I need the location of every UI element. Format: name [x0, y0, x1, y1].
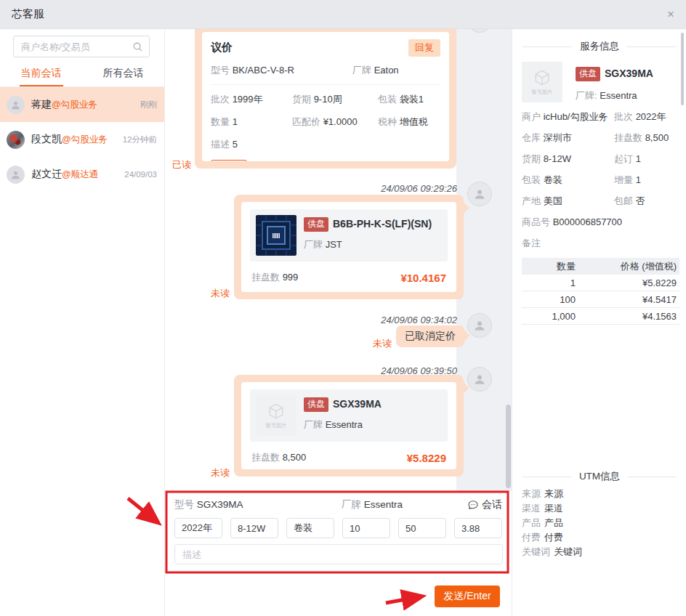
contact-time: 刚刚	[140, 100, 157, 110]
panel-product: 暂无图片 供盘SGX39MA 厂牌: Essentra	[522, 62, 653, 102]
contact-name: 赵文迁	[31, 168, 62, 179]
avatar	[467, 313, 492, 338]
send-button[interactable]: 发送/Enter	[435, 585, 500, 607]
chat-bubble-icon	[467, 499, 479, 511]
close-icon[interactable]: ×	[667, 8, 674, 20]
message-bubble-negotiation: 议价 回复 型号 BK/ABC-V-8-R 厂牌 Eaton 批次 1999年 …	[195, 29, 456, 169]
panel-product-brand: Essentra	[600, 90, 637, 101]
price-table: 数量 价格 (增值税) 1 ¥5.8229 100 ¥4.5417 1,000 …	[522, 258, 679, 325]
search-box	[13, 36, 150, 57]
service-info-panel: 服务信息 暂无图片 供盘SGX39MA 厂牌: Essentra 商户 icHu…	[512, 29, 686, 616]
utm-info-header: UTM信息	[522, 470, 677, 483]
batch-input[interactable]	[174, 518, 222, 538]
read-status: 已读	[172, 158, 191, 171]
product-brand: JST	[326, 239, 342, 250]
set-price-button[interactable]: 定价	[211, 160, 247, 161]
message-timestamp: 24/09/06 09:34:02	[268, 315, 457, 325]
contact-name: 段文凯	[31, 133, 62, 145]
contact-row[interactable]: 赵文迁@顺达通 24/09/03	[0, 157, 164, 192]
price-table-row: 1 ¥5.8229	[522, 275, 679, 291]
no-image-placeholder: 暂无图片	[256, 395, 296, 436]
divider	[211, 84, 440, 85]
conversation-tabs: 当前会话 所有会话	[0, 60, 164, 87]
message-bubble-product[interactable]: 供盘B6B-PH-K-S(LF)(SN) 厂牌 JST 挂盘数 999 ¥10.…	[234, 195, 464, 299]
cube-icon	[267, 402, 286, 421]
chat-area: 已读 议价 回复 型号 BK/ABC-V-8-R 厂牌 Eaton 批次 199…	[165, 29, 512, 616]
form-model-value: SGX39MA	[197, 499, 243, 510]
info-row: 产地 美国 包邮 否	[522, 190, 679, 211]
stock-count: 999	[283, 272, 299, 283]
contact-name: 蒋建	[31, 98, 52, 110]
field-label: 厂牌	[352, 65, 371, 76]
quote-form: 型号 SGX39MA 厂牌 Essentra 会话	[166, 491, 509, 573]
info-row: 商品号 B000006857700	[522, 211, 679, 232]
person-icon	[10, 100, 21, 110]
supply-badge: 供盘	[304, 217, 328, 232]
cube-icon	[533, 68, 552, 87]
info-row: 包装 卷装 增量 1	[522, 169, 679, 190]
avatar	[7, 166, 25, 184]
message-timestamp: 24/09/06 09:29:26	[268, 183, 457, 194]
panel-product-name: SGX39MA	[605, 68, 653, 79]
person-icon	[473, 187, 486, 200]
contact-org: @顺达通	[62, 169, 98, 179]
utm-row: 渠道渠道	[522, 501, 582, 516]
search-icon[interactable]	[132, 41, 143, 52]
avatar	[7, 131, 25, 149]
stock-count: 8,500	[283, 452, 307, 463]
conversation-sidebar: 当前会话 所有会话 蒋建@勾股业务 刚刚 段文凯@勾股业务 12分钟前 赵文迁	[0, 29, 165, 616]
tab-all-sessions[interactable]: 所有会话	[82, 60, 164, 86]
contact-row[interactable]: 蒋建@勾股业务 刚刚	[0, 87, 164, 122]
increment-input[interactable]	[398, 518, 446, 538]
negotiation-title: 议价	[211, 39, 233, 54]
product-brand: Essentra	[326, 419, 363, 430]
product-image-chip	[256, 215, 296, 256]
lead-time-input[interactable]	[230, 518, 278, 538]
product-name: SGX39MA	[333, 398, 382, 410]
message-text: 已取消定价	[405, 330, 456, 341]
price-table-header: 数量 价格 (增值税)	[522, 258, 679, 275]
contact-time: 24/09/03	[124, 170, 157, 179]
section-title: UTM信息	[579, 470, 620, 483]
contact-org: @勾股业务	[52, 100, 97, 110]
product-price: ¥5.8229	[407, 452, 446, 464]
price-table-row: 100 ¥4.5417	[522, 291, 679, 308]
read-status: 未读	[211, 466, 230, 479]
chat-scrollbar[interactable]	[506, 405, 511, 488]
form-brand-value: Essentra	[364, 499, 403, 510]
info-row: 仓库 深圳市 挂盘数 8,500	[522, 127, 679, 148]
packaging-input[interactable]	[286, 518, 334, 538]
person-icon	[473, 373, 486, 386]
message-bubble-text: 已取消定价	[396, 325, 464, 347]
no-image-placeholder: 暂无图片	[522, 62, 562, 102]
read-status: 未读	[373, 337, 392, 350]
avatar	[467, 367, 492, 392]
contact-row[interactable]: 段文凯@勾股业务 12分钟前	[0, 122, 164, 157]
info-row: 商户 icHub/勾股业务 批次 2022年	[522, 106, 679, 127]
reply-button[interactable]: 回复	[408, 39, 440, 57]
product-info-list: 商户 icHub/勾股业务 批次 2022年 仓库 深圳市 挂盘数 8,500 …	[522, 106, 679, 254]
panel-scrollbar[interactable]	[681, 33, 684, 105]
avatar	[7, 96, 25, 114]
search-input[interactable]	[20, 41, 132, 53]
window-titlebar: 芯客服 ×	[0, 0, 686, 29]
product-name: B6B-PH-K-S(LF)(SN)	[333, 218, 432, 230]
service-info-header: 服务信息	[522, 40, 677, 53]
section-title: 服务信息	[580, 40, 619, 53]
quantity-input[interactable]	[342, 518, 390, 538]
price-input[interactable]	[454, 518, 502, 538]
field-value: BK/ABC-V-8-R	[233, 65, 294, 76]
contact-time: 12分钟前	[123, 134, 157, 145]
utm-list: 来源来源 渠道渠道 产品产品 付费付费 关键词关键词	[522, 487, 582, 559]
message-bubble-product[interactable]: 暂无图片 供盘SGX39MA 厂牌 Essentra 挂盘数 8,500 ¥5.…	[234, 375, 464, 477]
avatar-rail	[456, 29, 512, 491]
price-table-row: 1,000 ¥4.1563	[522, 308, 679, 325]
contact-org: @勾股业务	[62, 134, 108, 145]
utm-row: 产品产品	[522, 516, 582, 530]
field-label: 型号	[211, 65, 230, 76]
description-input[interactable]	[174, 544, 503, 564]
session-button[interactable]: 会话	[467, 498, 502, 511]
supply-badge: 供盘	[304, 397, 328, 412]
person-icon	[10, 169, 21, 180]
tab-current-sessions[interactable]: 当前会话	[0, 60, 82, 86]
